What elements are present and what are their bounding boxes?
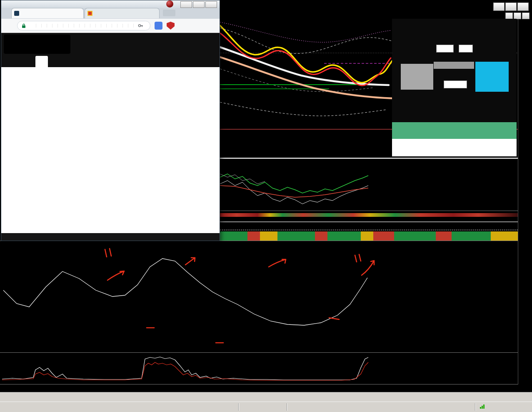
address-bar[interactable] — [17, 21, 150, 30]
chart-tab-bar — [0, 392, 532, 402]
browser-tab-strip — [1, 8, 220, 19]
ublock-shield-icon[interactable] — [167, 22, 175, 30]
url-redacted — [31, 24, 135, 28]
trend-indicator-label — [3, 354, 7, 359]
mbo-simulator-panel — [392, 19, 517, 156]
up-button[interactable] — [475, 62, 509, 92]
trend-line-white — [2, 357, 368, 380]
browser-restore-button[interactable] — [193, 1, 205, 8]
chart-restore-button[interactable] — [514, 13, 521, 19]
panel-separator — [0, 352, 532, 353]
mt-window-controls — [493, 3, 529, 11]
connection-status — [480, 404, 487, 409]
expiry-minutes-input[interactable] — [436, 45, 454, 53]
panel-separator — [220, 158, 532, 159]
browser-minimize-button[interactable] — [180, 1, 192, 8]
rsi-monitor — [402, 171, 517, 209]
redacted-logo — [4, 35, 70, 54]
browser-tab-binary-options[interactable] — [11, 8, 84, 18]
tab-favicon — [14, 11, 19, 16]
trend-panel — [0, 353, 518, 384]
mt-minimize-button[interactable] — [493, 3, 505, 11]
signal-strip-top — [220, 213, 518, 217]
screen — [0, 0, 532, 412]
nav-opzione-log[interactable] — [35, 56, 48, 67]
tab-favicon — [87, 11, 92, 16]
hodrick-prescott-curve — [3, 259, 367, 325]
histogram-panel — [0, 241, 518, 352]
chart-minimize-button[interactable] — [505, 13, 513, 19]
panel-separator — [220, 211, 532, 211]
signal-strip-bottom — [220, 231, 518, 241]
last-trade-banner — [392, 122, 517, 139]
page-footer — [1, 233, 220, 241]
time-axis — [0, 384, 518, 392]
browser-tab-strategia[interactable] — [85, 8, 160, 18]
browser-window — [1, 0, 220, 241]
current-price — [434, 62, 474, 69]
browser-titlebar[interactable] — [1, 0, 220, 8]
platform-nav — [1, 56, 220, 67]
expiry-controls — [392, 45, 517, 53]
mt-close-button[interactable] — [517, 3, 529, 11]
invest-input[interactable] — [444, 80, 467, 88]
divider-strip — [220, 221, 518, 222]
connection-bars-icon — [480, 404, 485, 409]
status-bar — [0, 402, 532, 412]
account-header — [1, 33, 220, 56]
mdi-window-controls — [505, 13, 530, 19]
hand-drawn-marks — [105, 249, 374, 343]
padlock-icon — [22, 23, 26, 28]
down-button[interactable] — [401, 64, 433, 90]
key-icon[interactable] — [138, 23, 143, 28]
price-scale — [518, 13, 532, 384]
chart-close-button[interactable] — [522, 13, 530, 19]
dashed-level-line — [220, 230, 518, 230]
expiry-seconds-input[interactable] — [459, 45, 473, 53]
trend-line-red — [2, 362, 368, 380]
extension-icon[interactable] — [155, 22, 162, 30]
browser-close-button[interactable] — [205, 1, 217, 8]
new-tab-button[interactable] — [163, 10, 175, 16]
signal-strips — [220, 211, 518, 241]
mt-restore-button[interactable] — [505, 3, 517, 11]
countdown-area — [392, 139, 517, 156]
browser-toolbar — [1, 19, 220, 33]
panel-separator — [0, 384, 532, 384]
browser-window-controls — [180, 1, 217, 8]
red-orb-icon — [166, 0, 173, 8]
platform-page — [1, 33, 220, 241]
